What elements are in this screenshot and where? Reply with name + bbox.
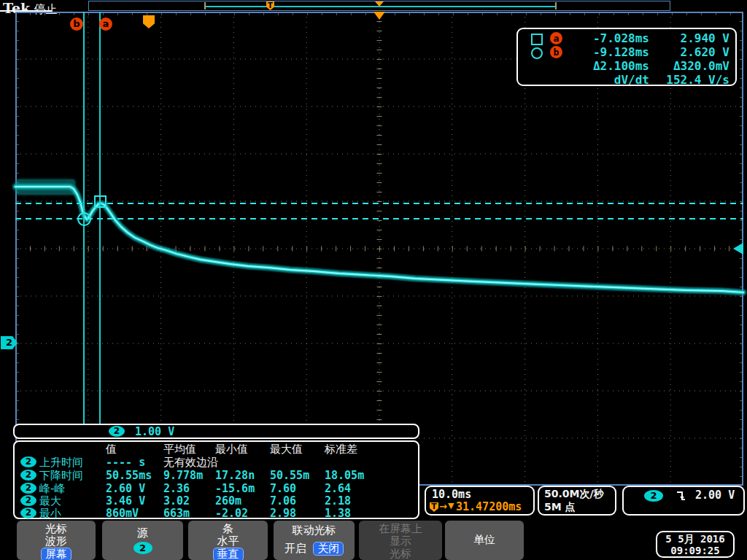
col-header-max: 最大值 — [270, 443, 303, 456]
record-length: 5M 点 — [544, 501, 576, 514]
menu-option-off-selected[interactable]: 关闭 — [313, 542, 344, 556]
menu-button-linked-cursors[interactable]: 联动光标 开启 关闭 — [274, 521, 355, 560]
row-value: 2.60 V — [106, 482, 145, 495]
trigger-delay-value: 31.47200ms — [456, 500, 522, 513]
channel-scale-bar: 2 1.00 V — [13, 424, 419, 439]
cursor-b-readout-badge: b — [550, 46, 562, 58]
cursor-a-square-marker-icon[interactable] — [94, 195, 107, 208]
datetime-box: 5 5月 2016 09:09:25 — [656, 531, 735, 558]
time-display: 09:09:25 — [657, 545, 733, 556]
marker-square-icon — [531, 34, 543, 45]
menu-button-units[interactable]: 单位 — [445, 521, 524, 560]
row-min: 260m — [215, 494, 241, 508]
menu-option-waveform[interactable]: 波形 — [17, 535, 96, 548]
col-header-sd: 标准差 — [325, 443, 357, 456]
timebase-scale: 10.0ms — [432, 488, 471, 501]
row-label: 上升时间 — [39, 456, 83, 470]
cursor-b-circle-marker-icon[interactable] — [77, 212, 91, 226]
menu-label: 源 — [102, 527, 183, 540]
menu-label: 联动光标 — [274, 524, 355, 537]
channel2-badge: 2 — [109, 426, 125, 437]
menu-button-bars[interactable]: 条 水平 垂直 — [188, 521, 268, 560]
menu-label: 光标 — [359, 548, 442, 560]
arrow-right-icon: → — [439, 501, 447, 512]
marker-circle-icon — [531, 47, 543, 59]
menu-button-cursors[interactable]: 光标 波形 屏幕 — [17, 521, 96, 560]
col-header-value: 值 — [106, 443, 117, 456]
cursor-b-badge[interactable]: b — [70, 18, 83, 31]
cursor-a-horizontal-line[interactable] — [15, 203, 743, 204]
row-label: 下降时间 — [39, 469, 83, 483]
row-sd: 18.05m — [325, 469, 364, 482]
measurement-table: 值 平均值 最小值 最大值 标准差 2 上升时间 ---- s 无有效边沿 2 … — [13, 440, 419, 519]
row-channel-badge: 2 — [20, 483, 36, 494]
cursor-b-time: -9.128ms — [563, 45, 649, 59]
row-min: -2.02 — [215, 507, 248, 520]
menu-button-show-cursors-onscreen: 在屏幕上 显示 光标 — [359, 521, 442, 560]
row-sd: 2.64 — [325, 482, 351, 495]
triangle-down-icon: ▼ — [448, 501, 454, 510]
row-channel-badge: 2 — [20, 470, 36, 481]
menu-option-horizontal[interactable]: 水平 — [188, 535, 268, 548]
menu-label: 显示 — [359, 535, 442, 548]
menu-label: 单位 — [445, 534, 524, 546]
cursor-b-volt: 2.620 V — [657, 45, 729, 59]
row-channel-badge: 2 — [20, 508, 36, 518]
row-value: 3.46 V — [106, 494, 145, 508]
row-label: 最小 — [39, 507, 61, 521]
cursor-delta-volt: Δ320.0mV — [657, 59, 729, 73]
menu-option-screen-selected[interactable]: 屏幕 — [41, 548, 71, 560]
trigger-level-value: 2.00 V — [695, 489, 735, 502]
date-display: 5 5月 2016 — [657, 533, 733, 545]
measurement-row-pkpk: 2 峰-峰 2.60 V 2.36 -15.6m 7.60 2.64 — [15, 482, 418, 494]
timebase-readout-box: 10.0ms T → ▼ 31.47200ms — [425, 486, 535, 516]
trigger-readout-box: 2 2.00 V — [622, 486, 745, 516]
menu-option-on[interactable]: 开启 — [285, 542, 306, 555]
cursor-a-time: -7.028ms — [563, 31, 649, 45]
row-max: 7.60 — [270, 482, 296, 495]
menu-label: 条 — [188, 523, 268, 535]
channel2-scale: 1.00 V — [135, 425, 174, 438]
row-max: 7.06 — [270, 494, 296, 508]
cursor-b-horizontal-line[interactable] — [15, 218, 743, 219]
trigger-t-icon: T — [430, 502, 438, 512]
row-mean: 9.778m — [163, 469, 203, 482]
falling-edge-icon — [676, 490, 689, 502]
row-min: -15.6m — [215, 482, 255, 495]
measurement-row-rise-time: 2 上升时间 ---- s 无有效边沿 — [15, 456, 418, 468]
trigger-level-arrow-icon[interactable] — [733, 243, 743, 254]
menu-source-channel-badge[interactable]: 2 — [133, 542, 152, 554]
row-channel-badge: 2 — [20, 456, 36, 467]
measurement-row-fall-time: 2 下降时间 50.55ms 9.778m 17.28n 50.55m 18.0… — [15, 469, 418, 481]
cursor-a-badge[interactable]: a — [99, 18, 112, 31]
row-value: 860mV — [106, 507, 139, 520]
row-min: 17.28n — [215, 469, 255, 482]
oscilloscope-screen: Tek 停止 T b a 2 — [0, 0, 747, 560]
col-header-min: 最小值 — [215, 443, 248, 456]
cursor-a-volt: 2.940 V — [657, 31, 729, 45]
cursor-readout-box: a -7.028ms 2.940 V b -9.128ms 2.620 V Δ2… — [516, 28, 737, 86]
row-value: 50.55ms — [106, 469, 152, 482]
row-sd: 2.18 — [325, 494, 351, 508]
menu-label: 光标 — [17, 523, 96, 535]
row-value: ---- s — [106, 456, 145, 469]
trigger-source-badge: 2 — [644, 490, 663, 502]
row-mean: 3.02 — [163, 494, 190, 508]
measurement-row-max: 2 最大 3.46 V 3.02 260m 7.06 2.18 — [15, 494, 418, 507]
col-header-mean: 平均值 — [163, 443, 196, 456]
cursor-a-readout-badge: a — [550, 32, 562, 44]
cursor-delta-time: Δ2.100ms — [563, 59, 649, 73]
dvdt-label: dV/dt — [563, 73, 649, 87]
row-max: 50.55m — [270, 469, 309, 482]
row-mean: 663m — [163, 507, 190, 520]
row-channel-badge: 2 — [20, 495, 36, 506]
row-mean: 2.36 — [163, 482, 190, 495]
row-note: 无有效边沿 — [163, 456, 218, 470]
measurement-row-min: 2 最小 860mV 663m -2.02 2.98 1.38 — [15, 507, 418, 519]
acquisition-readout-box: 50.0M次/秒 5M 点 — [538, 486, 616, 516]
menu-label: 在屏幕上 — [359, 523, 442, 535]
row-sd: 1.38 — [325, 507, 351, 520]
menu-option-vertical-selected[interactable]: 垂直 — [213, 548, 244, 560]
menu-button-source[interactable]: 源 2 — [102, 521, 183, 560]
sample-rate: 50.0M次/秒 — [544, 488, 604, 501]
